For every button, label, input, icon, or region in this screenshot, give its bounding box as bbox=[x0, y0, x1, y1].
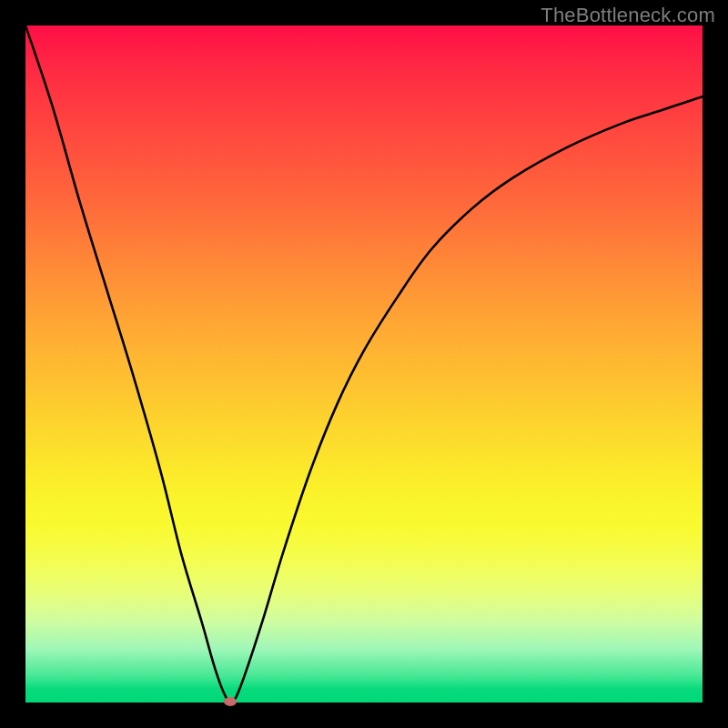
watermark-text: TheBottleneck.com bbox=[541, 4, 715, 27]
bottleneck-curve bbox=[25, 25, 703, 703]
minimum-marker bbox=[224, 697, 237, 706]
chart-frame: TheBottleneck.com bbox=[0, 0, 728, 728]
plot-area bbox=[25, 25, 703, 703]
